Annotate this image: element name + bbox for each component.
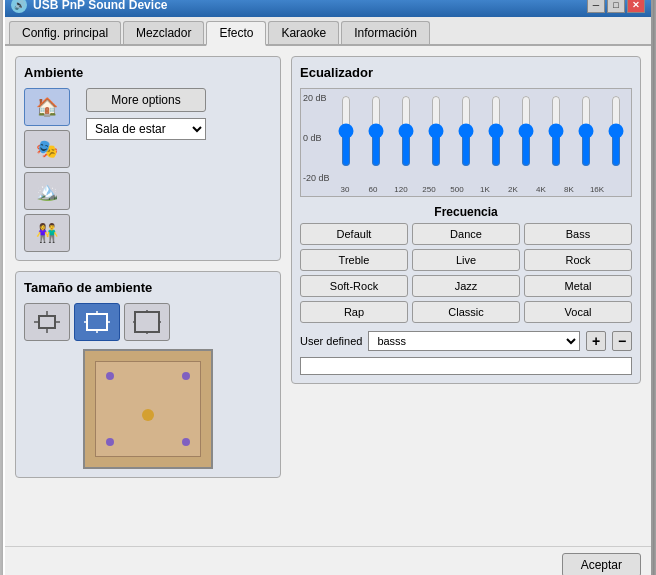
preset-grid: Default Dance Bass Treble Live Rock Soft… [300,223,632,323]
preset-vocal[interactable]: Vocal [524,301,632,323]
size-title: Tamaño de ambiente [24,280,272,295]
svg-rect-5 [87,314,107,330]
size-medium-button[interactable] [74,303,120,341]
size-large-button[interactable] [124,303,170,341]
tab-config-principal[interactable]: Config. principal [9,21,121,44]
eq-slider-120[interactable] [395,95,417,167]
eq-slider-8khz [575,95,597,181]
eq-slider-4k[interactable] [545,95,567,167]
svg-rect-0 [39,316,55,328]
user-defined-dropdown[interactable]: basss [368,331,580,351]
title-bar-left: 🔊 USB PnP Sound Device [11,0,167,13]
tab-efecto[interactable]: Efecto [206,21,266,46]
freq-label-2k: 2K [503,185,523,194]
eq-slider-500[interactable] [455,95,477,167]
freq-label-120: 120 [391,185,411,194]
eq-slider-500hz [455,95,477,181]
aceptar-button[interactable]: Aceptar [562,553,641,576]
room-preview [83,349,213,469]
preset-dance[interactable]: Dance [412,223,520,245]
right-panel: Ecualizador 20 dB 0 dB -20 dB [291,56,641,536]
freq-label-16k: 16K [587,185,607,194]
eq-db-low: -20 dB [303,173,330,183]
eq-display: 20 dB 0 dB -20 dB [300,88,632,197]
preset-treble[interactable]: Treble [300,249,408,271]
user-defined-input[interactable] [300,357,632,375]
eq-slider-250hz [425,95,447,181]
eq-db-mid: 0 dB [303,133,330,143]
room-speaker-bl [106,438,114,446]
room-speaker-br [182,438,190,446]
room-speaker-tr [182,372,190,380]
eq-slider-2k[interactable] [515,95,537,167]
add-preset-button[interactable]: + [586,331,606,351]
eq-slider-30hz [335,95,357,181]
preset-metal[interactable]: Metal [524,275,632,297]
ambiente-dropdown[interactable]: Sala de estar Auditorio Baño Cave Cuarto… [86,118,206,140]
tab-informacion[interactable]: Información [341,21,430,44]
freq-label-1k: 1K [475,185,495,194]
title-buttons: ─ □ ✕ [587,0,645,13]
eq-slider-8k[interactable] [575,95,597,167]
ambiente-icon-home[interactable]: 🏠 [24,88,70,126]
ambiente-icons: 🏠 🎭 🏔️ 👫 [24,88,70,252]
eq-slider-2khz [515,95,537,181]
preset-softrock[interactable]: Soft-Rock [300,275,408,297]
eq-db-labels: 20 dB 0 dB -20 dB [303,93,330,183]
freq-title: Frecuencia [300,205,632,219]
equalizer-section: Ecualizador 20 dB 0 dB -20 dB [291,56,641,384]
freq-label-500: 500 [447,185,467,194]
preset-rock[interactable]: Rock [524,249,632,271]
ambiente-section: Ambiente 🏠 🎭 🏔️ 👫 More options Sala de e… [15,56,281,261]
equalizer-title: Ecualizador [300,65,632,80]
room-dot [142,409,154,421]
eq-slider-60hz [365,95,387,181]
eq-slider-30[interactable] [335,95,357,167]
eq-slider-60[interactable] [365,95,387,167]
maximize-button[interactable]: □ [607,0,625,13]
preset-bass[interactable]: Bass [524,223,632,245]
eq-slider-1khz [485,95,507,181]
preset-rap[interactable]: Rap [300,301,408,323]
room-inner [95,361,201,457]
tab-karaoke[interactable]: Karaoke [268,21,339,44]
ambiente-title: Ambiente [24,65,272,80]
room-speaker-tl [106,372,114,380]
freq-label-30: 30 [335,185,355,194]
bottom-bar: Aceptar [5,546,651,576]
eq-slider-250[interactable] [425,95,447,167]
eq-sliders-area [335,95,627,185]
preset-live[interactable]: Live [412,249,520,271]
user-defined-label: User defined [300,335,362,347]
user-defined-row: User defined basss + − [300,331,632,351]
freq-label-8k: 8K [559,185,579,194]
more-options-button[interactable]: More options [86,88,206,112]
preset-classic[interactable]: Classic [412,301,520,323]
ambiente-icon-people[interactable]: 👫 [24,214,70,252]
tab-bar: Config. principal Mezclador Efecto Karao… [5,17,651,46]
main-content: Ambiente 🏠 🎭 🏔️ 👫 More options Sala de e… [5,46,651,546]
size-section: Tamaño de ambiente [15,271,281,478]
close-button[interactable]: ✕ [627,0,645,13]
left-panel: Ambiente 🏠 🎭 🏔️ 👫 More options Sala de e… [15,56,281,536]
preset-default[interactable]: Default [300,223,408,245]
tab-mezclador[interactable]: Mezclador [123,21,204,44]
preset-jazz[interactable]: Jazz [412,275,520,297]
size-buttons [24,303,272,341]
ambiente-row: 🏠 🎭 🏔️ 👫 More options Sala de estar Audi… [24,88,272,252]
eq-slider-16k[interactable] [605,95,627,167]
ambiente-icon-theater[interactable]: 🎭 [24,130,70,168]
size-small-button[interactable] [24,303,70,341]
eq-slider-1k[interactable] [485,95,507,167]
remove-preset-button[interactable]: − [612,331,632,351]
main-window: 🔊 USB PnP Sound Device ─ □ ✕ Config. pri… [3,0,653,575]
window-title: USB PnP Sound Device [33,0,167,12]
freq-label-4k: 4K [531,185,551,194]
eq-slider-16khz [605,95,627,181]
minimize-button[interactable]: ─ [587,0,605,13]
app-icon: 🔊 [11,0,27,13]
eq-freq-labels: 30 60 120 250 500 1K 2K 4K 8K 16K [335,185,627,196]
ambiente-icon-mountain[interactable]: 🏔️ [24,172,70,210]
title-bar: 🔊 USB PnP Sound Device ─ □ ✕ [5,0,651,17]
freq-label-60: 60 [363,185,383,194]
